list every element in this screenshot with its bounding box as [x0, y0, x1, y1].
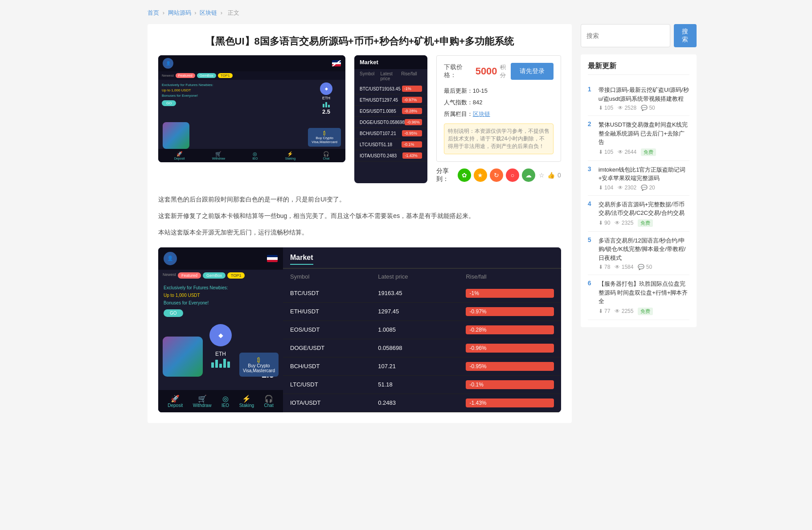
share-label: 分享到： — [436, 167, 454, 183]
market-header-small: Market — [354, 55, 427, 69]
nav-chat-small: 🎧Chat — [323, 151, 329, 160]
item-title[interactable]: 交易所多语言源码+完整数据/币币交易/法币交易/C2C交易/合约交易 — [599, 200, 689, 218]
buy-card-large: ₿ Buy Crypto Visa,Mastercard — [239, 353, 279, 377]
preview-section-large: 👤 Newest Featured GemBox TOP1 — [158, 247, 561, 412]
breadcrumb-current: 正文 — [228, 9, 239, 16]
price-label: 下载价格： — [444, 63, 473, 79]
large-market-cols: Symbol Latest price Rise/fall — [283, 269, 561, 284]
market-rows-small: BTC/USDT 19163.45 -1% ETH/USDT 1297.45 -… — [354, 83, 427, 161]
tab-top1-large[interactable]: TOP1 — [227, 272, 245, 279]
breadcrumb-source[interactable]: 网站源码 — [168, 9, 191, 16]
tab-newest-small: Newest — [162, 74, 174, 78]
flag-icon-small — [332, 60, 341, 66]
thumb-icon[interactable]: 👍 — [547, 172, 555, 179]
nav-withdraw-small: 🛒Withdraw — [212, 151, 225, 160]
share-refresh[interactable]: ↻ — [490, 168, 503, 182]
star-icon[interactable]: ☆ — [539, 172, 545, 179]
sidebar-list-item: 1 带接口源码-最新云挖矿盗UI源码/秒u/盗usdt源码系统带视频搭建教程 ⬇… — [588, 81, 689, 116]
sidebar-list-item: 3 imtoken钱包比1官方正版盗助记词+安卓苹果双端完整源码 ⬇ 104 👁… — [588, 161, 689, 196]
coin-value-small: 2.5 — [322, 108, 330, 115]
breadcrumb-blockchain[interactable]: 区块链 — [200, 9, 217, 16]
market-row-small: ETH/USDT 1297.45 -0.97% — [354, 94, 427, 106]
sidebar-list-item: 4 交易所多语言源码+完整数据/币币交易/法币交易/C2C交易/合约交易 ⬇ 9… — [588, 196, 689, 232]
market-row-small: DOGE/USDT 0.058698 -0.96% — [354, 117, 427, 128]
like-section: ☆ 👍 0 — [539, 172, 561, 179]
market-row-large: BTC/USDT 19163.45 -1% — [283, 284, 561, 303]
share-star[interactable]: ★ — [474, 168, 487, 182]
like-count: 0 — [558, 172, 561, 179]
share-cloud[interactable]: ☁ — [522, 168, 535, 182]
breadcrumb: 首页 › 网站源码 › 区块链 › 正文 — [148, 9, 664, 17]
search-button[interactable]: 搜索 — [674, 24, 697, 47]
price-unit: 积分 — [500, 63, 511, 79]
market-row-small: LTC/USDT 51.18 -0.1% — [354, 139, 427, 150]
user-avatar-small: 👤 — [163, 58, 173, 69]
market-row-large: DOGE/USDT 0.058698 -0.96% — [283, 339, 561, 357]
article-desc-1: 这套黑色的后台跟前段时间那套白色的是一样的，只是前台UI变了。 — [158, 194, 561, 205]
nav-ieo-small: ◎IEO — [252, 151, 258, 160]
flag-icon-large — [267, 255, 278, 262]
price-amount: 5000 — [476, 66, 497, 77]
nav-deposit-large: 🚀Deposit — [168, 394, 183, 408]
large-market-rows: BTC/USDT 19163.45 -1% ETH/USDT 1297.45 -… — [283, 284, 561, 412]
go-button-large[interactable]: GO — [164, 309, 183, 317]
sidebar-section-title: 最新更新 — [588, 62, 689, 75]
market-row-large: BCH/USDT 107.21 -0.95% — [283, 357, 561, 376]
category-link[interactable]: 区块链 — [473, 111, 490, 117]
app-preview-small: 👤 Newest Featured GemBox TOP1 — [158, 55, 345, 162]
share-circle[interactable]: ○ — [506, 168, 519, 182]
item-num: 4 — [588, 200, 595, 218]
tab-gembox-large[interactable]: GemBox — [203, 272, 226, 279]
user-avatar-large: 👤 — [164, 252, 177, 265]
update-label: 最后更新： — [444, 87, 473, 94]
item-num: 5 — [588, 236, 595, 263]
eth-coin-small: ◆ — [320, 82, 332, 95]
market-row-small: BTC/USDT 19163.45 -1% — [354, 83, 427, 94]
category-label: 所属栏目： — [444, 111, 473, 117]
tab-featured-large[interactable]: Featured — [178, 272, 201, 279]
tab-gembox-small[interactable]: GemBox — [197, 73, 216, 78]
tab-featured-small[interactable]: Featured — [176, 73, 195, 78]
character-large — [163, 337, 203, 377]
market-row-small: EOS/USDT 1.0085 -0.28% — [354, 106, 427, 117]
share-section: 分享到： ✿ ★ ↻ ○ ☁ ☆ 👍 0 — [436, 167, 561, 183]
market-row-large: IOTA/USDT 0.2483 -1.43% — [283, 394, 561, 412]
notice-box: 特别说明：本资源仅供学习参考，不提供售后技术支持，请于下载24小时内删除，不得用… — [444, 123, 554, 154]
nav-chat-large: 🎧Chat — [264, 394, 274, 408]
tab-top1-small[interactable]: TOP1 — [218, 73, 233, 78]
latest-updates-section: 最新更新 1 带接口源码-最新云挖矿盗UI源码/秒u/盗usdt源码系统带视频搭… — [581, 54, 697, 327]
item-num: 1 — [588, 86, 595, 103]
item-title[interactable]: imtoken钱包比1官方正版盗助记词+安卓苹果双端完整源码 — [599, 165, 689, 183]
item-num: 3 — [588, 165, 595, 183]
search-input[interactable] — [581, 24, 670, 47]
search-box: 搜索 — [581, 24, 697, 47]
article-desc-2: 这套新开修复了之前版本卡顿和结算等一些bug，相当完美了。而且这个版本不需要装e… — [158, 210, 561, 222]
item-num: 2 — [588, 120, 595, 147]
item-meta: ⬇ 105 👁 2528 💬 50 — [599, 105, 689, 111]
popularity-label: 人气指数： — [444, 99, 473, 106]
bottom-nav-large: 🚀Deposit 🛒Withdraw ◎IEO ⚡Staking 🎧Chat — [158, 390, 283, 412]
nav-ieo-large: ◎IEO — [221, 394, 229, 408]
eth-label-small: ETH — [322, 96, 330, 100]
item-title[interactable]: 多语言交易所/12国语言/秒合约/申购/锁仓/K线完整/脚本最全/带教程/日夜模… — [599, 236, 689, 263]
sidebar: 搜索 最新更新 1 带接口源码-最新云挖矿盗UI源码/秒u/盗usdt源码系统带… — [581, 24, 697, 423]
buy-card-small: ₿ Buy Crypto Visa,Mastercard — [308, 128, 341, 147]
large-market-header: Market — [283, 247, 561, 269]
bars-small — [323, 102, 330, 107]
sidebar-list-item: 2 繁体USDT微交易微盘时间盘K线完整全融系统源码 已去后门+去除广告 ⬇ 1… — [588, 116, 689, 161]
go-button-small[interactable]: GO — [162, 100, 176, 106]
item-meta: ⬇ 105 👁 2644 免费 — [599, 148, 689, 156]
item-title[interactable]: 【服务器打包】玖胜国际点位盘完整源码 时间盘双位盘+行情+脚本齐全 — [599, 279, 689, 306]
sidebar-list-item: 5 多语言交易所/12国语言/秒合约/申购/锁仓/K线完整/脚本最全/带教程/日… — [588, 232, 689, 275]
item-title[interactable]: 繁体USDT微交易微盘时间盘K线完整全融系统源码 已去后门+去除广告 — [599, 120, 689, 147]
market-row-small: BCH/USDT 107.21 -0.95% — [354, 128, 427, 139]
item-meta: ⬇ 78 👁 1584 💬 50 — [599, 264, 689, 270]
nav-withdraw-large: 🛒Withdraw — [193, 394, 212, 408]
login-button[interactable]: 请先登录 — [511, 63, 554, 80]
share-wechat[interactable]: ✿ — [458, 168, 471, 182]
breadcrumb-home[interactable]: 首页 — [148, 9, 159, 16]
item-title[interactable]: 带接口源码-最新云挖矿盗UI源码/秒u/盗usdt源码系统带视频搭建教程 — [599, 86, 689, 103]
market-table-small: Market Symbol Latest price Rise/fall BTC… — [354, 55, 427, 183]
nav-deposit-small: 🚀Deposit — [174, 151, 185, 160]
market-row-large: ETH/USDT 1297.45 -0.97% — [283, 303, 561, 321]
